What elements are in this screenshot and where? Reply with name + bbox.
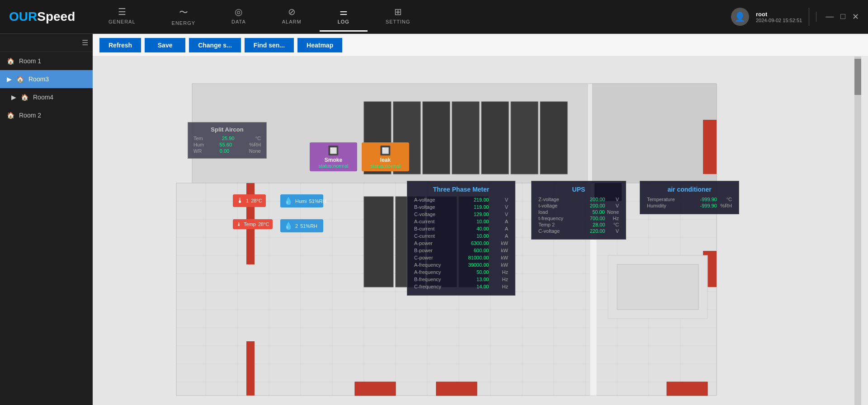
svg-rect-33: [452, 102, 479, 174]
setting-icon: ⊞: [394, 6, 402, 17]
widget-temp1[interactable]: 🌡 1 28°C: [233, 194, 266, 207]
split-aircon-title: Split Aircon: [193, 126, 261, 133]
temp1-label: 1: [246, 198, 249, 203]
data-icon: ◎: [235, 6, 242, 17]
svg-rect-49: [588, 84, 592, 183]
split-aircon-humi-label: Hum: [193, 142, 204, 147]
smoke-status-label: status:: [318, 163, 333, 169]
nav-data-label: DATA: [231, 19, 246, 24]
nav-log-label: LOG: [338, 19, 349, 24]
username: root: [756, 11, 802, 18]
logo-our: OUR: [9, 9, 37, 24]
logo: OURSpeed: [0, 9, 90, 24]
sidebar-item-room1[interactable]: 🏠 Room 1: [0, 52, 93, 70]
nav-setting-label: SETTING: [386, 19, 410, 24]
scrollbar-thumb[interactable]: [854, 59, 861, 95]
temp1-value: 28°C: [251, 198, 262, 203]
minimize-button[interactable]: —: [826, 12, 834, 22]
leak-name: leak: [380, 157, 391, 163]
sidebar-menu-icon[interactable]: ☰: [82, 38, 88, 47]
refresh-button[interactable]: Refresh: [99, 38, 141, 52]
room1-icon: 🏠: [7, 57, 14, 65]
nav-bar: ☰ GENERAL 〜 ENERGY ◎ DATA ⊘ ALARM ⚌ LOG …: [90, 2, 731, 32]
close-button[interactable]: ✕: [852, 12, 859, 22]
split-aircon-temp-value: 25.90: [222, 136, 235, 141]
expand-icon-room3: ▶: [7, 75, 12, 83]
room2-icon: 🏠: [7, 112, 14, 119]
widget-smoke[interactable]: 🔲 Smoke status:normal: [310, 142, 357, 171]
expand-icon-room4: ▶: [11, 94, 16, 101]
humi1-value: 51%RH: [309, 198, 326, 204]
svg-rect-32: [423, 102, 450, 174]
split-aircon-wr-unit: None: [249, 148, 261, 154]
smoke-status: status:normal: [318, 163, 348, 169]
alarm-icon: ⊘: [288, 6, 296, 17]
divider: [809, 8, 809, 26]
nav-data[interactable]: ◎ DATA: [213, 2, 264, 32]
find-sen-button[interactable]: Find sen...: [245, 38, 294, 52]
smoke-icon: 🔲: [328, 145, 339, 156]
humi2-label: 2: [295, 223, 298, 229]
widget-leak[interactable]: 🔲 leak status:normal: [362, 142, 409, 171]
heatmap-button[interactable]: Heatmap: [297, 38, 342, 52]
log-icon: ⚌: [340, 6, 348, 17]
svg-rect-34: [481, 102, 509, 174]
scrollbar-track[interactable]: [854, 57, 861, 405]
svg-rect-43: [246, 341, 255, 396]
main-layout: ☰ 🏠 Room 1 ▶ 🏠 Room3 ▶ 🏠 Room4 🏠 Room 2 …: [0, 34, 868, 405]
datetime: 2024-09-02 15:52:51: [756, 18, 802, 23]
sidebar-room1-label: Room 1: [19, 57, 41, 65]
nav-general-label: GENERAL: [108, 19, 136, 24]
sidebar-item-room3[interactable]: ▶ 🏠 Room3: [0, 70, 93, 88]
user-info: root 2024-09-02 15:52:51: [756, 11, 802, 23]
sidebar: ☰ 🏠 Room 1 ▶ 🏠 Room3 ▶ 🏠 Room4 🏠 Room 2: [0, 34, 93, 405]
nav-energy[interactable]: 〜 ENERGY: [154, 2, 213, 32]
energy-icon: 〜: [179, 6, 188, 19]
content-area: Refresh Save Change s... Find sen... Hea…: [93, 34, 868, 405]
svg-rect-48: [667, 382, 708, 396]
leak-status-label: status:: [370, 163, 385, 169]
maximize-button[interactable]: □: [840, 12, 845, 22]
nav-log[interactable]: ⚌ LOG: [320, 2, 368, 32]
temp1-icon: 🌡: [236, 197, 244, 205]
widget-humi1[interactable]: 💧 Humi 51%RH: [280, 194, 323, 207]
nav-setting[interactable]: ⊞ SETTING: [368, 2, 429, 32]
temp2-value: 28°C: [258, 221, 269, 227]
change-s-button[interactable]: Change s...: [189, 38, 241, 52]
toolbar: Refresh Save Change s... Find sen... Hea…: [93, 34, 868, 57]
floorplan-area: Split Aircon Tem 25.90 °C Hum 55.60 %RH …: [93, 57, 868, 405]
nav-alarm[interactable]: ⊘ ALARM: [264, 2, 320, 32]
svg-rect-44: [703, 120, 717, 174]
leak-status-value: normal: [385, 163, 401, 169]
nav-general[interactable]: ☰ GENERAL: [90, 2, 154, 32]
room4-icon: 🏠: [21, 94, 28, 101]
widget-temp2[interactable]: 🌡 Temp 28°C: [233, 219, 273, 229]
split-aircon-temp-unit: °C: [255, 136, 261, 141]
widget-split-aircon[interactable]: Split Aircon Tem 25.90 °C Hum 55.60 %RH …: [188, 122, 267, 159]
svg-marker-1: [590, 84, 717, 183]
sidebar-item-room2[interactable]: 🏠 Room 2: [0, 106, 93, 124]
svg-rect-46: [355, 382, 396, 396]
avatar: 👤: [731, 8, 749, 26]
split-aircon-temp-label: Tem: [193, 136, 203, 141]
general-icon: ☰: [118, 6, 126, 17]
widget-three-phase-meter[interactable]: Three Phase Meter A-voltage 219.00 V B-v…: [407, 181, 515, 296]
svg-rect-51: [617, 264, 698, 310]
logo-speed: Speed: [37, 9, 75, 24]
widget-ups[interactable]: UPS Z-voltage 200.00 V t-voltage 200.00 …: [531, 181, 626, 240]
sidebar-room4-label: Room4: [33, 94, 53, 101]
save-button[interactable]: Save: [145, 38, 185, 52]
sidebar-item-room4[interactable]: ▶ 🏠 Room4: [0, 88, 93, 106]
smoke-status-value: normal: [333, 163, 349, 169]
humi2-value: 51%RH: [300, 223, 317, 229]
sidebar-room2-label: Room 2: [19, 112, 41, 119]
nav-alarm-label: ALARM: [282, 19, 302, 24]
widget-humi2[interactable]: 💧 2 51%RH: [280, 219, 323, 232]
widget-air-conditioner[interactable]: air conditioner Temperature -999.90 °C H…: [640, 181, 739, 214]
temp2-label: Temp: [244, 221, 256, 227]
nav-energy-label: ENERGY: [172, 20, 195, 26]
ups-title: UPS: [538, 186, 619, 193]
split-aircon-wr-value: 0.00: [220, 148, 229, 154]
svg-rect-37: [364, 197, 393, 287]
humi1-label: Humi: [295, 198, 307, 204]
